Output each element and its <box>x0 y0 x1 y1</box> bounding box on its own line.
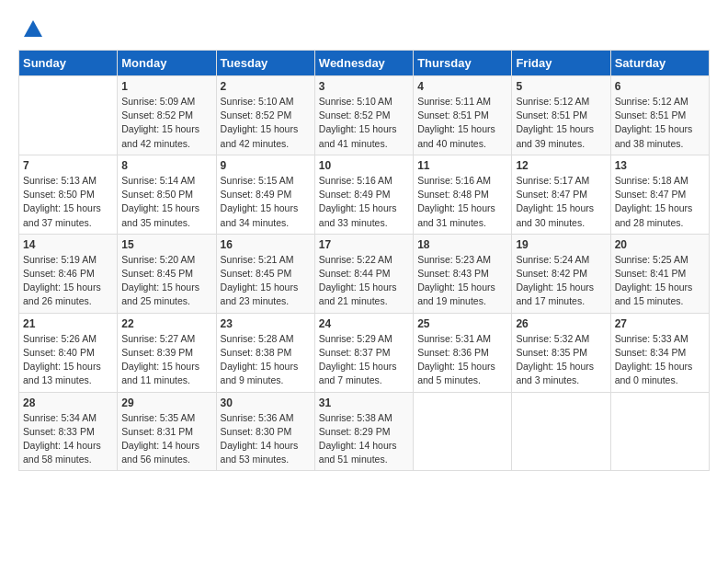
day-number: 2 <box>221 80 311 93</box>
calendar-cell: 7Sunrise: 5:13 AM Sunset: 8:50 PM Daylig… <box>19 155 118 234</box>
calendar-cell: 18Sunrise: 5:23 AM Sunset: 8:43 PM Dayli… <box>414 234 512 313</box>
weekday-header: Sunday <box>19 51 118 76</box>
day-info: Sunrise: 5:19 AM Sunset: 8:46 PM Dayligh… <box>23 253 113 309</box>
calendar-cell: 8Sunrise: 5:14 AM Sunset: 8:50 PM Daylig… <box>118 155 216 234</box>
day-number: 6 <box>615 80 705 93</box>
calendar-week-row: 14Sunrise: 5:19 AM Sunset: 8:46 PM Dayli… <box>19 234 710 313</box>
weekday-header: Tuesday <box>216 51 314 76</box>
day-number: 10 <box>319 159 409 172</box>
calendar-cell: 30Sunrise: 5:36 AM Sunset: 8:30 PM Dayli… <box>216 392 314 471</box>
day-number: 7 <box>23 159 113 172</box>
calendar-cell: 4Sunrise: 5:11 AM Sunset: 8:51 PM Daylig… <box>414 76 512 155</box>
weekday-header: Monday <box>118 51 216 76</box>
calendar-cell: 10Sunrise: 5:16 AM Sunset: 8:49 PM Dayli… <box>314 155 413 234</box>
day-number: 11 <box>417 159 507 172</box>
day-info: Sunrise: 5:31 AM Sunset: 8:36 PM Dayligh… <box>417 332 507 388</box>
day-number: 26 <box>516 317 606 330</box>
day-info: Sunrise: 5:34 AM Sunset: 8:33 PM Dayligh… <box>23 411 113 467</box>
page-header <box>18 18 710 40</box>
day-number: 4 <box>417 80 507 93</box>
calendar-header-row: SundayMondayTuesdayWednesdayThursdayFrid… <box>19 51 710 76</box>
calendar-cell: 1Sunrise: 5:09 AM Sunset: 8:52 PM Daylig… <box>118 76 216 155</box>
day-info: Sunrise: 5:26 AM Sunset: 8:40 PM Dayligh… <box>23 332 113 388</box>
logo <box>18 18 44 40</box>
day-info: Sunrise: 5:20 AM Sunset: 8:45 PM Dayligh… <box>121 253 211 309</box>
calendar-cell: 6Sunrise: 5:12 AM Sunset: 8:51 PM Daylig… <box>610 76 709 155</box>
day-info: Sunrise: 5:16 AM Sunset: 8:48 PM Dayligh… <box>417 174 507 230</box>
calendar-cell: 25Sunrise: 5:31 AM Sunset: 8:36 PM Dayli… <box>414 313 512 392</box>
day-info: Sunrise: 5:15 AM Sunset: 8:49 PM Dayligh… <box>221 174 311 230</box>
calendar-cell: 5Sunrise: 5:12 AM Sunset: 8:51 PM Daylig… <box>512 76 610 155</box>
day-info: Sunrise: 5:21 AM Sunset: 8:45 PM Dayligh… <box>221 253 311 309</box>
day-info: Sunrise: 5:14 AM Sunset: 8:50 PM Dayligh… <box>121 174 211 230</box>
day-number: 24 <box>319 317 409 330</box>
day-number: 8 <box>121 159 211 172</box>
calendar-cell: 3Sunrise: 5:10 AM Sunset: 8:52 PM Daylig… <box>314 76 413 155</box>
calendar-cell: 27Sunrise: 5:33 AM Sunset: 8:34 PM Dayli… <box>610 313 709 392</box>
weekday-header: Saturday <box>610 51 709 76</box>
day-number: 5 <box>516 80 606 93</box>
day-info: Sunrise: 5:12 AM Sunset: 8:51 PM Dayligh… <box>615 95 705 151</box>
day-info: Sunrise: 5:24 AM Sunset: 8:42 PM Dayligh… <box>516 253 606 309</box>
calendar-week-row: 28Sunrise: 5:34 AM Sunset: 8:33 PM Dayli… <box>19 392 710 471</box>
day-number: 30 <box>221 396 311 409</box>
day-number: 20 <box>615 238 705 251</box>
calendar-week-row: 21Sunrise: 5:26 AM Sunset: 8:40 PM Dayli… <box>19 313 710 392</box>
day-info: Sunrise: 5:16 AM Sunset: 8:49 PM Dayligh… <box>319 174 409 230</box>
day-number: 15 <box>121 238 211 251</box>
weekday-header: Wednesday <box>314 51 413 76</box>
day-number: 25 <box>417 317 507 330</box>
calendar-cell: 21Sunrise: 5:26 AM Sunset: 8:40 PM Dayli… <box>19 313 118 392</box>
day-info: Sunrise: 5:17 AM Sunset: 8:47 PM Dayligh… <box>516 174 606 230</box>
day-info: Sunrise: 5:13 AM Sunset: 8:50 PM Dayligh… <box>23 174 113 230</box>
calendar-cell <box>19 76 118 155</box>
day-number: 12 <box>516 159 606 172</box>
day-number: 29 <box>121 396 211 409</box>
svg-marker-0 <box>24 20 42 37</box>
calendar-cell: 9Sunrise: 5:15 AM Sunset: 8:49 PM Daylig… <box>216 155 314 234</box>
day-number: 27 <box>615 317 705 330</box>
calendar-cell: 26Sunrise: 5:32 AM Sunset: 8:35 PM Dayli… <box>512 313 610 392</box>
calendar-cell: 31Sunrise: 5:38 AM Sunset: 8:29 PM Dayli… <box>314 392 413 471</box>
day-number: 16 <box>221 238 311 251</box>
day-info: Sunrise: 5:23 AM Sunset: 8:43 PM Dayligh… <box>417 253 507 309</box>
calendar-cell: 17Sunrise: 5:22 AM Sunset: 8:44 PM Dayli… <box>314 234 413 313</box>
day-number: 31 <box>319 396 409 409</box>
day-number: 22 <box>121 317 211 330</box>
weekday-header: Thursday <box>414 51 512 76</box>
day-number: 17 <box>319 238 409 251</box>
day-number: 18 <box>417 238 507 251</box>
day-info: Sunrise: 5:29 AM Sunset: 8:37 PM Dayligh… <box>319 332 409 388</box>
day-number: 13 <box>615 159 705 172</box>
day-info: Sunrise: 5:32 AM Sunset: 8:35 PM Dayligh… <box>516 332 606 388</box>
calendar-table: SundayMondayTuesdayWednesdayThursdayFrid… <box>18 50 710 471</box>
calendar-cell: 12Sunrise: 5:17 AM Sunset: 8:47 PM Dayli… <box>512 155 610 234</box>
day-info: Sunrise: 5:22 AM Sunset: 8:44 PM Dayligh… <box>319 253 409 309</box>
weekday-header: Friday <box>512 51 610 76</box>
calendar-cell <box>610 392 709 471</box>
day-info: Sunrise: 5:36 AM Sunset: 8:30 PM Dayligh… <box>221 411 311 467</box>
day-number: 1 <box>121 80 211 93</box>
day-info: Sunrise: 5:09 AM Sunset: 8:52 PM Dayligh… <box>121 95 211 151</box>
day-info: Sunrise: 5:11 AM Sunset: 8:51 PM Dayligh… <box>417 95 507 151</box>
calendar-cell: 11Sunrise: 5:16 AM Sunset: 8:48 PM Dayli… <box>414 155 512 234</box>
logo-icon <box>22 18 44 40</box>
calendar-cell: 2Sunrise: 5:10 AM Sunset: 8:52 PM Daylig… <box>216 76 314 155</box>
calendar-cell <box>414 392 512 471</box>
day-number: 23 <box>221 317 311 330</box>
day-info: Sunrise: 5:38 AM Sunset: 8:29 PM Dayligh… <box>319 411 409 467</box>
calendar-cell: 24Sunrise: 5:29 AM Sunset: 8:37 PM Dayli… <box>314 313 413 392</box>
day-info: Sunrise: 5:12 AM Sunset: 8:51 PM Dayligh… <box>516 95 606 151</box>
day-info: Sunrise: 5:33 AM Sunset: 8:34 PM Dayligh… <box>615 332 705 388</box>
day-info: Sunrise: 5:18 AM Sunset: 8:47 PM Dayligh… <box>615 174 705 230</box>
calendar-cell: 14Sunrise: 5:19 AM Sunset: 8:46 PM Dayli… <box>19 234 118 313</box>
day-number: 19 <box>516 238 606 251</box>
day-info: Sunrise: 5:27 AM Sunset: 8:39 PM Dayligh… <box>121 332 211 388</box>
day-number: 3 <box>319 80 409 93</box>
day-number: 21 <box>23 317 113 330</box>
calendar-cell: 22Sunrise: 5:27 AM Sunset: 8:39 PM Dayli… <box>118 313 216 392</box>
calendar-cell <box>512 392 610 471</box>
day-number: 9 <box>221 159 311 172</box>
calendar-cell: 15Sunrise: 5:20 AM Sunset: 8:45 PM Dayli… <box>118 234 216 313</box>
calendar-cell: 23Sunrise: 5:28 AM Sunset: 8:38 PM Dayli… <box>216 313 314 392</box>
